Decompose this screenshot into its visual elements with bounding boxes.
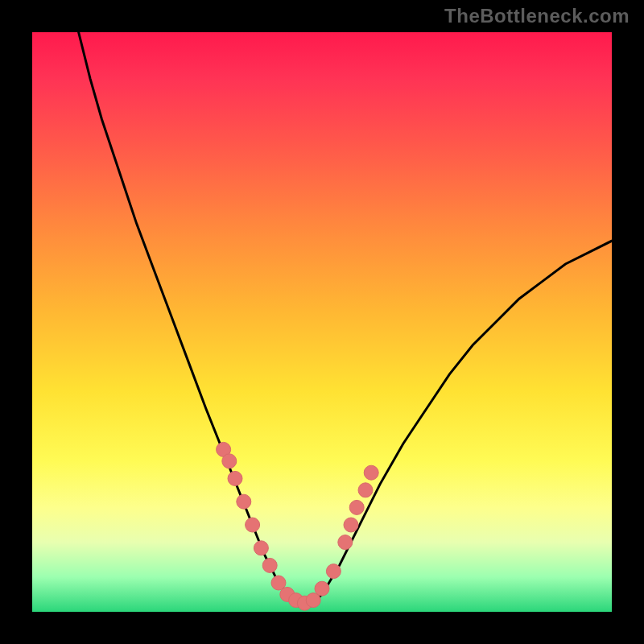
data-marker xyxy=(246,518,260,532)
data-marker xyxy=(262,558,277,572)
chart-frame: TheBottleneck.com xyxy=(0,0,644,644)
data-marker xyxy=(222,454,237,469)
plot-area xyxy=(32,32,612,612)
data-marker xyxy=(349,500,364,514)
watermark-text: TheBottleneck.com xyxy=(444,5,630,27)
data-marker xyxy=(254,541,268,555)
data-marker xyxy=(315,581,329,596)
data-marker xyxy=(364,465,378,480)
data-marker xyxy=(237,494,251,509)
data-marker xyxy=(228,471,242,485)
data-marker xyxy=(338,535,353,550)
data-marker xyxy=(358,483,373,497)
chart-svg xyxy=(32,32,612,612)
data-marker xyxy=(344,518,358,532)
data-marker xyxy=(326,564,341,579)
